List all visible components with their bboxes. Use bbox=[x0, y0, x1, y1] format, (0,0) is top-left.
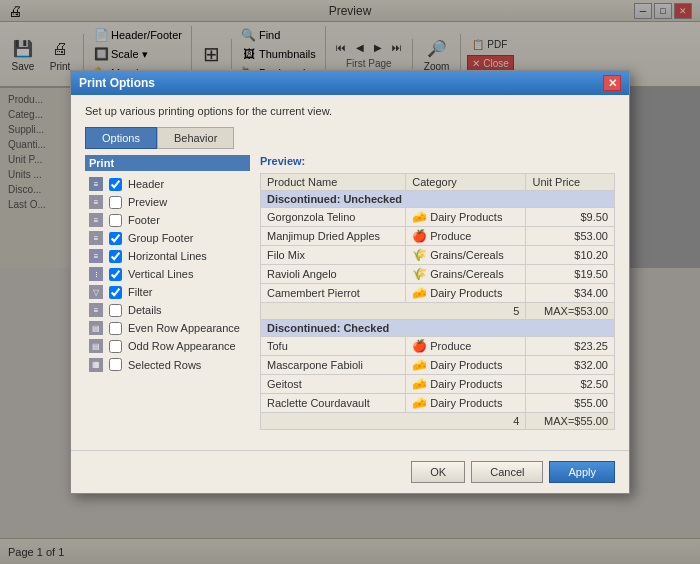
table-row: Mascarpone Fabioli🧀 Dairy Products$32.00 bbox=[261, 356, 615, 375]
horiz-lines-icon: ≡ bbox=[89, 249, 103, 263]
product-cell: Mascarpone Fabioli bbox=[261, 356, 406, 375]
price-cell: $32.00 bbox=[526, 356, 615, 375]
selected-rows-icon: ▦ bbox=[89, 358, 103, 372]
category-cell: 🧀 Dairy Products bbox=[406, 284, 526, 303]
product-cell: Raclette Courdavault bbox=[261, 394, 406, 413]
details-row-icon: ≡ bbox=[89, 303, 103, 317]
dialog-footer: OK Cancel Apply bbox=[71, 450, 629, 493]
preview-table: Product Name Category Unit Price Discont… bbox=[260, 173, 615, 430]
footer-checkbox[interactable] bbox=[109, 214, 122, 227]
dialog-description: Set up various printing options for the … bbox=[85, 105, 615, 117]
preview-checkbox[interactable] bbox=[109, 196, 122, 209]
group-footer-row: 4MAX=$55.00 bbox=[261, 413, 615, 430]
category-cell: 🌾 Grains/Cereals bbox=[406, 246, 526, 265]
preview-row-icon: ≡ bbox=[89, 195, 103, 209]
col-header-category: Category bbox=[406, 174, 526, 191]
product-cell: Manjimup Dried Apples bbox=[261, 227, 406, 246]
print-options-panel: Print ≡ Header ≡ Preview ≡ bbox=[85, 155, 250, 430]
cancel-button[interactable]: Cancel bbox=[471, 461, 543, 483]
dialog-close-button[interactable]: ✕ bbox=[603, 75, 621, 91]
price-cell: $55.00 bbox=[526, 394, 615, 413]
modal-overlay: Print Options ✕ Set up various printing … bbox=[0, 0, 700, 564]
dialog-body: Print ≡ Header ≡ Preview ≡ bbox=[85, 155, 615, 430]
tab-behavior[interactable]: Behavior bbox=[157, 127, 234, 149]
price-cell: $34.00 bbox=[526, 284, 615, 303]
checkbox-horizontal-lines: ≡ Horizontal Lines bbox=[85, 247, 250, 265]
product-cell: Geitost bbox=[261, 375, 406, 394]
footer-count-cell: 5 bbox=[261, 303, 526, 320]
footer-max-cell: MAX=$55.00 bbox=[526, 413, 615, 430]
price-cell: $53.00 bbox=[526, 227, 615, 246]
table-row: Gorgonzola Telino🧀 Dairy Products$9.50 bbox=[261, 208, 615, 227]
product-cell: Tofu bbox=[261, 337, 406, 356]
product-cell: Filo Mix bbox=[261, 246, 406, 265]
selected-rows-checkbox[interactable] bbox=[109, 358, 122, 371]
price-cell: $9.50 bbox=[526, 208, 615, 227]
group-header-row: Discontinued: Checked bbox=[261, 320, 615, 337]
tab-options[interactable]: Options bbox=[85, 127, 157, 149]
apply-button[interactable]: Apply bbox=[549, 461, 615, 483]
table-row: Manjimup Dried Apples🍎 Produce$53.00 bbox=[261, 227, 615, 246]
dialog-content: Set up various printing options for the … bbox=[71, 95, 629, 440]
filter-row-icon: ▽ bbox=[89, 285, 103, 299]
group-footer-row: 5MAX=$53.00 bbox=[261, 303, 615, 320]
category-cell: 🧀 Dairy Products bbox=[406, 356, 526, 375]
category-cell: 🌾 Grains/Cereals bbox=[406, 265, 526, 284]
checkbox-group-footer: ≡ Group Footer bbox=[85, 229, 250, 247]
even-row-checkbox[interactable] bbox=[109, 322, 122, 335]
table-row: Ravioli Angelo🌾 Grains/Cereals$19.50 bbox=[261, 265, 615, 284]
checkbox-filter: ▽ Filter bbox=[85, 283, 250, 301]
product-cell: Ravioli Angelo bbox=[261, 265, 406, 284]
checkbox-footer: ≡ Footer bbox=[85, 211, 250, 229]
table-row: Geitost🧀 Dairy Products$2.50 bbox=[261, 375, 615, 394]
footer-max-cell: MAX=$53.00 bbox=[526, 303, 615, 320]
details-checkbox[interactable] bbox=[109, 304, 122, 317]
checkbox-header: ≡ Header bbox=[85, 175, 250, 193]
horizontal-lines-checkbox[interactable] bbox=[109, 250, 122, 263]
col-header-price: Unit Price bbox=[526, 174, 615, 191]
checkbox-selected-rows: ▦ Selected Rows bbox=[85, 356, 250, 374]
checkbox-details: ≡ Details bbox=[85, 301, 250, 319]
ok-button[interactable]: OK bbox=[411, 461, 465, 483]
dialog-tabs: Options Behavior bbox=[85, 127, 615, 149]
preview-panel: Preview: Product Name Category Unit Pric… bbox=[260, 155, 615, 430]
dialog-titlebar: Print Options ✕ bbox=[71, 71, 629, 95]
header-checkbox[interactable] bbox=[109, 178, 122, 191]
category-cell: 🧀 Dairy Products bbox=[406, 375, 526, 394]
category-cell: 🧀 Dairy Products bbox=[406, 394, 526, 413]
vert-lines-icon: ⫶ bbox=[89, 267, 103, 281]
price-cell: $19.50 bbox=[526, 265, 615, 284]
print-section-label: Print bbox=[85, 155, 250, 171]
checkbox-odd-row: ▤ Odd Row Appearance bbox=[85, 337, 250, 355]
table-row: Filo Mix🌾 Grains/Cereals$10.20 bbox=[261, 246, 615, 265]
odd-row-icon: ▤ bbox=[89, 339, 103, 353]
odd-row-checkbox[interactable] bbox=[109, 340, 122, 353]
footer-count-cell: 4 bbox=[261, 413, 526, 430]
table-row: Camembert Pierrot🧀 Dairy Products$34.00 bbox=[261, 284, 615, 303]
category-cell: 🧀 Dairy Products bbox=[406, 208, 526, 227]
preview-label: Preview: bbox=[260, 155, 615, 167]
filter-checkbox[interactable] bbox=[109, 286, 122, 299]
checkbox-preview: ≡ Preview bbox=[85, 193, 250, 211]
even-row-icon: ▤ bbox=[89, 321, 103, 335]
table-row: Tofu🍎 Produce$23.25 bbox=[261, 337, 615, 356]
price-cell: $2.50 bbox=[526, 375, 615, 394]
vertical-lines-checkbox[interactable] bbox=[109, 268, 122, 281]
product-cell: Camembert Pierrot bbox=[261, 284, 406, 303]
header-row-icon: ≡ bbox=[89, 177, 103, 191]
category-cell: 🍎 Produce bbox=[406, 227, 526, 246]
col-header-product: Product Name bbox=[261, 174, 406, 191]
footer-row-icon: ≡ bbox=[89, 213, 103, 227]
checkbox-even-row: ▤ Even Row Appearance bbox=[85, 319, 250, 337]
table-row: Raclette Courdavault🧀 Dairy Products$55.… bbox=[261, 394, 615, 413]
group-footer-row-icon: ≡ bbox=[89, 231, 103, 245]
price-cell: $10.20 bbox=[526, 246, 615, 265]
category-cell: 🍎 Produce bbox=[406, 337, 526, 356]
group-header-row: Discontinued: Unchecked bbox=[261, 191, 615, 208]
checkbox-vertical-lines: ⫶ Vertical Lines bbox=[85, 265, 250, 283]
print-options-dialog: Print Options ✕ Set up various printing … bbox=[70, 70, 630, 494]
dialog-title: Print Options bbox=[79, 76, 155, 90]
product-cell: Gorgonzola Telino bbox=[261, 208, 406, 227]
price-cell: $23.25 bbox=[526, 337, 615, 356]
group-footer-checkbox[interactable] bbox=[109, 232, 122, 245]
